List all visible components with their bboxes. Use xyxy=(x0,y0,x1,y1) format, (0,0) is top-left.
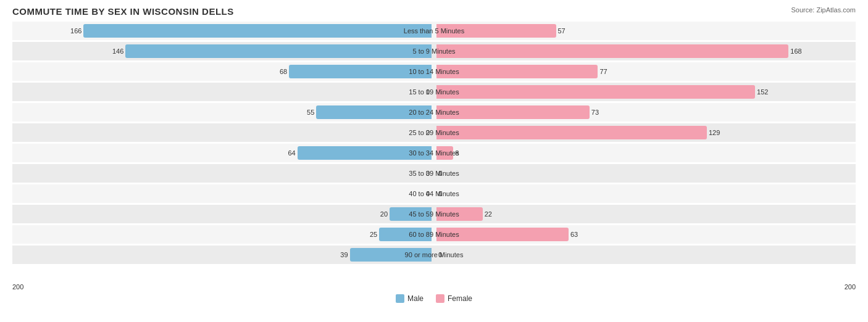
female-value: 168 xyxy=(790,47,801,55)
left-side: 68 xyxy=(12,65,434,78)
female-value: 8 xyxy=(455,149,459,157)
female-value: 57 xyxy=(558,27,565,35)
right-side: 77 xyxy=(434,65,856,78)
chart-row: 035 to 39 Minutes0 xyxy=(12,164,856,183)
left-side: 64 xyxy=(12,146,434,160)
right-side: 129 xyxy=(434,126,856,139)
bar-female: 152 xyxy=(436,85,755,99)
right-side: 0 xyxy=(434,187,856,200)
chart-row: 6430 to 34 Minutes8 xyxy=(12,144,856,162)
legend-female-label: Female xyxy=(448,294,472,303)
male-value: 0 xyxy=(426,88,430,96)
male-value: 20 xyxy=(380,210,388,218)
male-value: 146 xyxy=(112,47,123,55)
female-value: 0 xyxy=(438,170,442,177)
chart-row: 015 to 19 Minutes152 xyxy=(12,83,856,101)
right-side: 0 xyxy=(434,248,856,262)
legend: Male Female xyxy=(12,294,856,303)
bar-male: 68 xyxy=(289,65,432,78)
right-side: 152 xyxy=(434,85,856,99)
chart-container: COMMUTE TIME BY SEX IN WISCONSIN DELLS S… xyxy=(0,0,868,322)
chart-row: 5520 to 24 Minutes73 xyxy=(12,103,856,122)
chart-row: 025 to 29 Minutes129 xyxy=(12,123,856,142)
male-value: 166 xyxy=(70,27,81,35)
male-value: 25 xyxy=(370,231,377,238)
right-side: 168 xyxy=(434,44,856,58)
male-value: 0 xyxy=(426,129,430,136)
right-side: 8 xyxy=(434,146,856,160)
legend-male: Male xyxy=(396,294,424,303)
bar-female: 63 xyxy=(436,228,569,241)
female-value: 129 xyxy=(709,129,720,136)
bar-female: 129 xyxy=(436,126,707,139)
left-side: 166 xyxy=(12,24,434,38)
bar-male: 20 xyxy=(390,207,432,221)
left-side: 0 xyxy=(12,126,434,139)
chart-row: 2045 to 59 Minutes22 xyxy=(12,205,856,223)
bar-female: 57 xyxy=(436,24,556,38)
female-value: 73 xyxy=(591,109,599,116)
female-value: 0 xyxy=(438,190,442,197)
legend-male-label: Male xyxy=(407,294,424,303)
female-value: 22 xyxy=(485,210,492,218)
legend-female-box xyxy=(436,294,444,303)
male-value: 0 xyxy=(426,170,430,177)
bar-female: 22 xyxy=(436,207,483,221)
bar-male: 55 xyxy=(316,105,432,119)
bar-female: 168 xyxy=(436,44,788,58)
bar-male: 64 xyxy=(298,146,432,160)
left-side: 146 xyxy=(12,44,434,58)
chart-row: 3990 or more Minutes0 xyxy=(12,246,856,264)
axis-right: 200 xyxy=(845,283,856,291)
female-value: 0 xyxy=(438,251,442,258)
right-side: 22 xyxy=(434,207,856,221)
bar-female: 73 xyxy=(436,105,590,119)
source-label: Source: ZipAtlas.com xyxy=(791,6,856,14)
chart-row: 1465 to 9 Minutes168 xyxy=(12,42,856,60)
male-value: 39 xyxy=(340,251,348,258)
female-value: 63 xyxy=(570,231,578,238)
bar-male: 166 xyxy=(83,24,432,38)
chart-row: 166Less than 5 Minutes57 xyxy=(12,22,856,40)
male-value: 0 xyxy=(426,190,430,197)
left-side: 25 xyxy=(12,228,434,241)
right-side: 73 xyxy=(434,105,856,119)
left-side: 0 xyxy=(12,167,434,180)
bar-female: 8 xyxy=(436,146,453,160)
chart-title: COMMUTE TIME BY SEX IN WISCONSIN DELLS xyxy=(12,6,856,17)
chart-row: 2560 to 89 Minutes63 xyxy=(12,225,856,244)
male-value: 68 xyxy=(280,68,287,75)
left-side: 55 xyxy=(12,105,434,119)
male-value: 64 xyxy=(288,149,295,157)
bar-male: 39 xyxy=(350,248,432,262)
axis-labels: 200 200 xyxy=(12,281,856,291)
chart-row: 040 to 44 Minutes0 xyxy=(12,184,856,203)
left-side: 39 xyxy=(12,248,434,262)
female-value: 152 xyxy=(757,88,768,96)
left-side: 20 xyxy=(12,207,434,221)
male-value: 55 xyxy=(307,109,314,116)
bar-female: 77 xyxy=(436,65,598,78)
legend-male-box xyxy=(396,294,404,303)
legend-female: Female xyxy=(436,294,472,303)
bar-male: 25 xyxy=(379,228,432,241)
right-side: 0 xyxy=(434,167,856,180)
left-side: 0 xyxy=(12,85,434,99)
right-side: 63 xyxy=(434,228,856,241)
left-side: 0 xyxy=(12,187,434,200)
chart-row: 6810 to 14 Minutes77 xyxy=(12,62,856,81)
bar-male: 146 xyxy=(125,44,432,58)
axis-left: 200 xyxy=(12,283,23,291)
chart-area: 166Less than 5 Minutes571465 to 9 Minute… xyxy=(12,22,856,281)
right-side: 57 xyxy=(434,24,856,38)
female-value: 77 xyxy=(599,68,607,75)
